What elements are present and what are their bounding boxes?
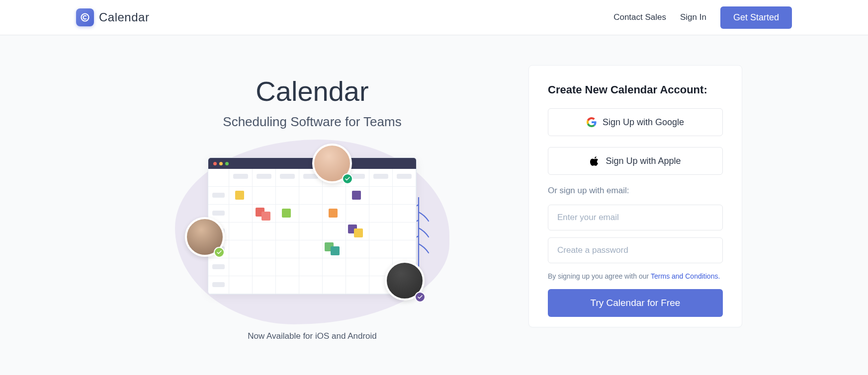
- hero-section: Calendar Scheduling Software for Teams: [126, 65, 499, 341]
- header-nav: Contact Sales Sign In Get Started: [613, 6, 792, 29]
- signup-apple-label: Sign Up with Apple: [606, 156, 681, 166]
- google-icon: [587, 117, 597, 127]
- terms-prefix: By signing up you agree with our: [548, 272, 651, 280]
- signup-title: Create New Calendar Account:: [548, 83, 723, 96]
- main-content: Calendar Scheduling Software for Teams: [0, 35, 868, 375]
- hero-subtitle: Scheduling Software for Teams: [126, 114, 499, 130]
- try-free-button[interactable]: Try Calendar for Free: [548, 289, 723, 317]
- nav-contact-sales[interactable]: Contact Sales: [613, 12, 666, 22]
- site-header: Calendar Contact Sales Sign In Get Start…: [0, 0, 868, 35]
- svg-point-0: [82, 14, 89, 21]
- signup-google-label: Sign Up with Google: [603, 117, 684, 128]
- hero-footnote: Now Available for iOS and Android: [126, 331, 499, 341]
- brand-logo[interactable]: Calendar: [76, 8, 149, 26]
- terms-link[interactable]: Terms and Conditions.: [651, 272, 720, 280]
- check-icon: [342, 173, 353, 184]
- email-field[interactable]: [548, 205, 723, 230]
- signup-terms: By signing up you agree with our Terms a…: [548, 272, 723, 280]
- password-field[interactable]: [548, 237, 723, 263]
- apple-icon: [590, 156, 600, 166]
- signup-card: Create New Calendar Account: Sign Up wit…: [528, 65, 742, 327]
- check-icon: [415, 292, 426, 302]
- signup-google-button[interactable]: Sign Up with Google: [548, 108, 723, 136]
- brand-name: Calendar: [99, 10, 149, 24]
- check-icon: [214, 247, 225, 258]
- hero-title: Calendar: [126, 75, 499, 107]
- signup-apple-button[interactable]: Sign Up with Apple: [548, 147, 723, 175]
- hero-illustration: [183, 148, 441, 316]
- get-started-button[interactable]: Get Started: [720, 6, 792, 29]
- signup-or-label: Or sign up with email:: [548, 186, 723, 196]
- nav-sign-in[interactable]: Sign In: [680, 12, 706, 22]
- brand-logo-icon: [76, 8, 94, 26]
